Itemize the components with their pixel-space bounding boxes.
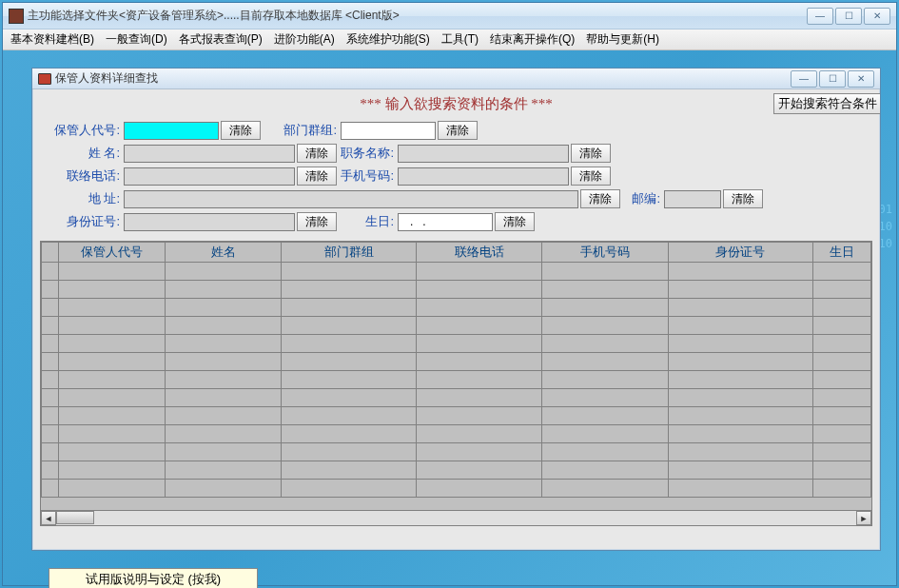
table-cell[interactable]	[542, 335, 668, 353]
table-cell[interactable]	[282, 335, 417, 353]
table-cell[interactable]	[668, 281, 812, 299]
close-button[interactable]: ✕	[864, 8, 890, 25]
table-cell[interactable]	[812, 299, 870, 317]
postcode-input[interactable]	[664, 190, 721, 208]
table-cell[interactable]	[166, 335, 282, 353]
dialog-minimize-button[interactable]: —	[791, 70, 817, 88]
table-cell[interactable]	[812, 461, 870, 480]
table-cell[interactable]	[668, 480, 812, 498]
table-cell[interactable]	[59, 299, 166, 317]
results-grid[interactable]: 保管人代号 姓名 部门群组 联络电话 手机号码 身份证号 生日 ◄	[40, 241, 872, 526]
table-cell[interactable]	[417, 407, 542, 425]
table-cell[interactable]	[59, 317, 166, 335]
col-phone[interactable]: 联络电话	[417, 243, 542, 263]
table-cell[interactable]	[812, 425, 870, 443]
table-cell[interactable]	[282, 281, 417, 299]
table-row[interactable]	[42, 461, 871, 480]
table-cell[interactable]	[59, 425, 166, 443]
custodian-code-input[interactable]	[124, 122, 219, 140]
scroll-track[interactable]	[56, 511, 856, 525]
table-cell[interactable]	[542, 480, 668, 498]
table-cell[interactable]	[542, 461, 668, 480]
phone-input[interactable]	[124, 167, 295, 186]
table-cell[interactable]	[668, 371, 812, 389]
table-cell[interactable]	[166, 263, 282, 281]
table-cell[interactable]	[59, 281, 166, 299]
table-row[interactable]	[42, 263, 871, 281]
table-cell[interactable]	[812, 317, 870, 335]
table-cell[interactable]	[166, 281, 282, 299]
menu-item-quit[interactable]: 结束离开操作(Q)	[490, 31, 575, 48]
table-cell[interactable]	[812, 353, 870, 371]
table-cell[interactable]	[59, 389, 166, 407]
menu-item-report[interactable]: 各式报表查询(P)	[179, 31, 263, 48]
table-cell[interactable]	[282, 443, 417, 461]
col-dept-group[interactable]: 部门群组	[282, 243, 417, 263]
col-name[interactable]: 姓名	[166, 243, 282, 263]
table-cell[interactable]	[542, 425, 668, 443]
table-cell[interactable]	[417, 461, 542, 480]
table-cell[interactable]	[668, 443, 812, 461]
table-cell[interactable]	[812, 263, 870, 281]
table-cell[interactable]	[166, 299, 282, 317]
table-cell[interactable]	[282, 317, 417, 335]
table-cell[interactable]	[668, 425, 812, 443]
table-cell[interactable]	[166, 371, 282, 389]
table-cell[interactable]	[166, 443, 282, 461]
table-cell[interactable]	[417, 425, 542, 443]
menu-item-maintain[interactable]: 系统维护功能(S)	[346, 31, 430, 48]
table-cell[interactable]	[166, 353, 282, 371]
mobile-input[interactable]	[398, 167, 569, 186]
table-cell[interactable]	[417, 263, 542, 281]
table-cell[interactable]	[542, 317, 668, 335]
row-header[interactable]	[42, 243, 59, 263]
clear-custodian-code-button[interactable]: 清除	[221, 121, 261, 140]
table-cell[interactable]	[59, 371, 166, 389]
table-cell[interactable]	[542, 263, 668, 281]
address-input[interactable]	[124, 190, 578, 208]
clear-idno-button[interactable]: 清除	[297, 212, 337, 231]
table-row[interactable]	[42, 480, 871, 498]
table-cell[interactable]	[282, 461, 417, 480]
table-cell[interactable]	[166, 480, 282, 498]
table-cell[interactable]	[542, 281, 668, 299]
table-cell[interactable]	[282, 407, 417, 425]
table-cell[interactable]	[59, 353, 166, 371]
dialog-titlebar[interactable]: 保管人资料详细查找 — ☐ ✕	[32, 69, 880, 89]
table-row[interactable]	[42, 317, 871, 335]
clear-postcode-button[interactable]: 清除	[723, 189, 763, 208]
col-idno[interactable]: 身份证号	[668, 243, 812, 263]
table-cell[interactable]	[282, 299, 417, 317]
col-birthday[interactable]: 生日	[812, 243, 870, 263]
table-row[interactable]	[42, 281, 871, 299]
table-row[interactable]	[42, 425, 871, 443]
table-row[interactable]	[42, 407, 871, 425]
col-mobile[interactable]: 手机号码	[542, 243, 668, 263]
menu-item-basic[interactable]: 基本资料建档(B)	[10, 31, 94, 48]
table-cell[interactable]	[668, 461, 812, 480]
scroll-left-button[interactable]: ◄	[41, 511, 56, 525]
table-cell[interactable]	[166, 317, 282, 335]
table-cell[interactable]	[668, 407, 812, 425]
table-cell[interactable]	[812, 371, 870, 389]
table-cell[interactable]	[166, 389, 282, 407]
table-cell[interactable]	[668, 263, 812, 281]
clear-mobile-button[interactable]: 清除	[571, 167, 611, 186]
maximize-button[interactable]: ☐	[835, 8, 862, 25]
table-cell[interactable]	[542, 407, 668, 425]
table-cell[interactable]	[166, 407, 282, 425]
table-cell[interactable]	[166, 461, 282, 480]
table-cell[interactable]	[812, 281, 870, 299]
table-row[interactable]	[42, 443, 871, 461]
table-cell[interactable]	[668, 389, 812, 407]
dialog-close-button[interactable]: ✕	[848, 70, 874, 88]
name-input[interactable]	[124, 145, 295, 163]
table-cell[interactable]	[166, 425, 282, 443]
clear-address-button[interactable]: 清除	[580, 189, 620, 208]
table-row[interactable]	[42, 371, 871, 389]
table-cell[interactable]	[59, 335, 166, 353]
clear-phone-button[interactable]: 清除	[297, 167, 337, 186]
table-cell[interactable]	[417, 371, 542, 389]
scroll-right-button[interactable]: ►	[856, 511, 871, 525]
clear-dept-group-button[interactable]: 清除	[438, 121, 478, 140]
